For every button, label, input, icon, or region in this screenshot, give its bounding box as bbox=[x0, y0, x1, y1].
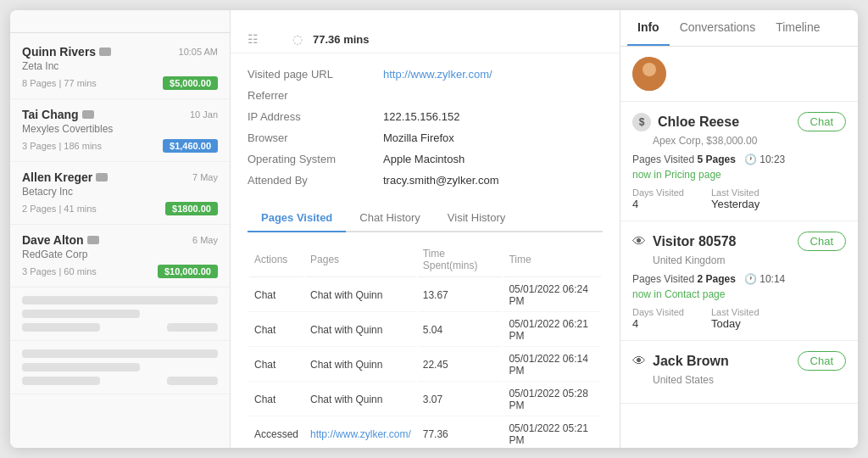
skeleton-item bbox=[10, 341, 230, 394]
tabs-row: Pages VisitedChat HistoryVisit History bbox=[248, 204, 603, 232]
table-cell: 77.36 bbox=[418, 418, 503, 448]
info-row: IP Address 122.15.156.152 bbox=[248, 106, 603, 127]
table-row: ChatChat with Quinn3.0705/01/2022 05:28 … bbox=[249, 383, 601, 416]
time-spent-stat: ◌ 77.36 mins bbox=[292, 32, 370, 46]
customer-badge: $1,460.00 bbox=[163, 139, 218, 153]
customer-company: Zeta Inc bbox=[22, 60, 218, 72]
info-label: Operating System bbox=[248, 153, 383, 165]
visitor-type-icon: 👁 bbox=[632, 354, 646, 369]
visitor-type-icon: 👁 bbox=[632, 234, 646, 249]
chat-button[interactable]: Chat bbox=[798, 112, 846, 131]
customer-meta: 3 Pages | 186 mins $1,460.00 bbox=[22, 139, 218, 153]
avatar bbox=[632, 57, 666, 91]
days-visited-label: Days Visited bbox=[632, 307, 684, 317]
detail-header: ☷ ◌ 77.36 mins bbox=[231, 10, 620, 53]
table-cell: Chat with Quinn bbox=[305, 349, 416, 382]
customer-item[interactable]: Quinn Rivers 10:05 AM Zeta Inc 8 Pages |… bbox=[10, 36, 230, 99]
customer-list: Quinn Rivers 10:05 AM Zeta Inc 8 Pages |… bbox=[10, 33, 230, 448]
skeleton-item bbox=[10, 288, 230, 341]
customer-time: 10 Jan bbox=[190, 109, 218, 120]
last-visited-value: Today bbox=[711, 317, 760, 330]
customer-stats: 3 Pages | 60 mins bbox=[22, 266, 97, 276]
table-cell: http://www.zylker.com/ bbox=[305, 418, 416, 448]
info-label: Referrer bbox=[248, 89, 383, 102]
visitor-name-row: 👁 Visitor 80578 bbox=[632, 234, 736, 249]
info-label: Visited page URL bbox=[248, 68, 383, 81]
skeleton-line bbox=[167, 323, 218, 332]
table-cell: 13.67 bbox=[418, 279, 503, 312]
visitor-header: $ Chloe Reese Chat bbox=[632, 112, 846, 131]
days-visited-value: 4 bbox=[632, 317, 684, 330]
right-tabs: InfoConversationsTimeline bbox=[620, 10, 858, 47]
customer-badge: $5,000.00 bbox=[163, 76, 218, 90]
time-value: 77.36 mins bbox=[313, 33, 370, 46]
right-content: $ Chloe Reese Chat Apex Corp, $38,000.00… bbox=[620, 47, 858, 448]
customer-company: Betacry Inc bbox=[22, 186, 218, 198]
visitor-footer: Days Visited 4 Last Visited Yesterday bbox=[632, 187, 846, 210]
table-col-header: Actions bbox=[249, 244, 303, 277]
skeleton-line bbox=[167, 377, 218, 385]
info-row: Browser Mozilla Firefox bbox=[248, 127, 603, 148]
skeleton-row bbox=[22, 323, 218, 332]
tab-chat-history[interactable]: Chat History bbox=[346, 204, 434, 232]
customer-item[interactable]: Tai Chang 10 Jan Mexyles Covertibles 3 P… bbox=[10, 99, 230, 162]
customer-stats: 8 Pages | 77 mins bbox=[22, 78, 97, 88]
customer-meta: 8 Pages | 77 mins $5,000.00 bbox=[22, 76, 218, 90]
customer-item[interactable]: Dave Alton 6 May RedGate Corp 3 Pages | … bbox=[10, 225, 230, 288]
now-in: now in Pricing page bbox=[632, 169, 846, 181]
info-value: Apple Macintosh bbox=[383, 153, 465, 165]
chat-button[interactable]: Chat bbox=[798, 351, 846, 371]
tab-visit-history[interactable]: Visit History bbox=[434, 204, 519, 232]
customer-stats: 2 Pages | 41 mins bbox=[22, 204, 97, 214]
chat-button[interactable]: Chat bbox=[798, 232, 846, 251]
skeleton-line bbox=[22, 310, 140, 318]
visitor-company: United States bbox=[632, 374, 846, 386]
info-value[interactable]: http://www.zylker.com/ bbox=[383, 68, 492, 81]
visitor-type-icon: $ bbox=[632, 113, 651, 131]
table-cell: Chat with Quinn bbox=[305, 314, 416, 347]
days-visited-col: Days Visited 4 bbox=[632, 187, 684, 210]
info-row: Attended By tracy.smith@zylker.com bbox=[248, 170, 603, 191]
customer-name-text: Allen Kreger bbox=[22, 170, 92, 184]
right-tab-conversations[interactable]: Conversations bbox=[670, 10, 766, 46]
customer-verified-icon bbox=[99, 47, 111, 56]
last-visited-label: Last Visited bbox=[711, 187, 760, 198]
visitor-card: 👁 Visitor 80578 Chat United Kingdom Page… bbox=[620, 221, 858, 341]
tab-pages-visited[interactable]: Pages Visited bbox=[248, 204, 346, 232]
customer-stats: 3 Pages | 186 mins bbox=[22, 141, 102, 151]
visitor-name-row: 👁 Jack Brown bbox=[632, 354, 729, 369]
visitor-stats: Pages Visited 2 Pages 🕐 10:14 bbox=[632, 273, 846, 285]
visitor-company: United Kingdom bbox=[632, 254, 846, 266]
last-visited-label: Last Visited bbox=[711, 307, 760, 317]
contact-card bbox=[620, 47, 858, 102]
customer-company: Mexyles Covertibles bbox=[22, 123, 218, 135]
customer-badge: $10,000.00 bbox=[158, 265, 218, 278]
table-cell: 22.45 bbox=[418, 349, 503, 382]
main-container: Quinn Rivers 10:05 AM Zeta Inc 8 Pages |… bbox=[10, 10, 858, 448]
info-table: Visited page URL http://www.zylker.com/ … bbox=[248, 64, 603, 191]
right-tab-timeline[interactable]: Timeline bbox=[765, 10, 830, 46]
visitor-card: 👁 Jack Brown Chat United States bbox=[620, 341, 858, 404]
last-visited-col: Last Visited Yesterday bbox=[711, 187, 760, 210]
visitor-name: Visitor 80578 bbox=[653, 234, 736, 249]
visitor-card: $ Chloe Reese Chat Apex Corp, $38,000.00… bbox=[620, 102, 858, 221]
pages-icon: ☷ bbox=[248, 32, 259, 46]
table-row: ChatChat with Quinn13.6705/01/2022 06:24… bbox=[249, 279, 601, 312]
visited-table-body: ChatChat with Quinn13.6705/01/2022 06:24… bbox=[249, 279, 601, 448]
customer-time: 6 May bbox=[192, 235, 218, 245]
visitor-name: Chloe Reese bbox=[658, 114, 739, 130]
right-panel: InfoConversationsTimeline bbox=[620, 10, 858, 448]
customer-item[interactable]: Allen Kreger 7 May Betacry Inc 2 Pages |… bbox=[10, 162, 230, 225]
customer-meta: 2 Pages | 41 mins $1800.00 bbox=[22, 202, 218, 215]
info-value: 122.15.156.152 bbox=[383, 110, 459, 123]
days-visited-label: Days Visited bbox=[632, 187, 684, 198]
skeleton-row bbox=[22, 377, 218, 385]
last-visited-col: Last Visited Today bbox=[711, 307, 760, 330]
table-cell: 05/01/2022 05:28 PM bbox=[504, 383, 601, 416]
table-cell: Chat with Quinn bbox=[305, 383, 416, 416]
customers-header bbox=[10, 10, 230, 33]
table-cell: Chat bbox=[249, 279, 303, 312]
table-col-header: Time bbox=[504, 244, 601, 277]
right-tab-info[interactable]: Info bbox=[627, 10, 670, 46]
now-in: now in Contact page bbox=[632, 288, 846, 300]
